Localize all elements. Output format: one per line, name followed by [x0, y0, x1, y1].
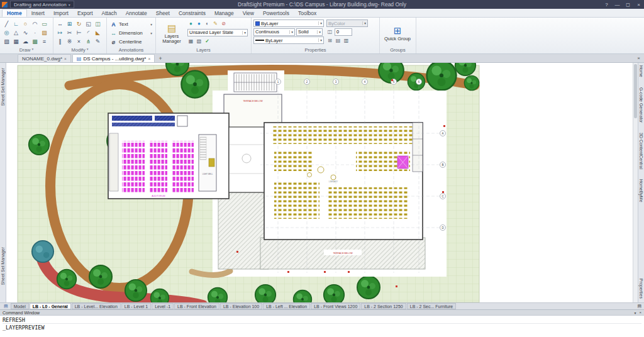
tab-export[interactable]: Export: [73, 9, 97, 17]
tab-toolbox[interactable]: Toolbox: [294, 9, 321, 17]
sheet-tab-lb-2-sec-furniture[interactable]: LB - 2 Sec... Furniture: [407, 303, 456, 309]
line-icon[interactable]: ╱: [2, 19, 11, 28]
move-icon[interactable]: ↔: [55, 19, 65, 28]
mirror-icon[interactable]: ◫: [93, 19, 103, 28]
revision-cloud-icon[interactable]: ☁: [21, 37, 30, 46]
bycolor-dropdown[interactable]: ByColor ▾: [326, 19, 368, 27]
mask-icon[interactable]: ▩: [30, 37, 40, 46]
sheet-set-manager-tab[interactable]: Sheet Set Manager: [1, 68, 5, 106]
text-button[interactable]: A Text ▾: [109, 20, 153, 28]
extend-icon[interactable]: ⊢: [74, 28, 84, 37]
tab-home[interactable]: Home: [2, 9, 27, 17]
tab-insert[interactable]: Insert: [27, 9, 49, 17]
layer-freeze-icon[interactable]: ●: [196, 20, 203, 27]
stretch-icon[interactable]: ↦: [55, 28, 65, 37]
tab-attach[interactable]: Attach: [97, 9, 121, 17]
line-weight-dropdown[interactable]: ByLayer ▾: [253, 36, 324, 44]
edit-polyline-icon[interactable]: ✎: [93, 37, 103, 46]
layers-manager-button[interactable]: ▤ Layers Manager: [158, 19, 186, 47]
hatch-style-dropdown[interactable]: Solid ▾: [296, 28, 323, 36]
layer-state-dropdown[interactable]: Unsaved Layer State ▾: [187, 29, 248, 36]
spline-icon[interactable]: ∿: [21, 28, 30, 37]
scrollbar-thumb[interactable]: [634, 64, 637, 118]
sheet-tab-lb-level-elevation[interactable]: LB - Level... Elevation: [72, 303, 121, 309]
panel-tab-properties[interactable]: Properties: [639, 279, 643, 299]
sheet-tab-lb-level-1[interactable]: LB - Level 1: [121, 303, 151, 309]
centerline-button[interactable]: ⌀ Centerline: [109, 38, 153, 46]
float-panel-icon[interactable]: ▾: [634, 311, 636, 315]
tab-view[interactable]: View: [238, 9, 258, 17]
tab-annotate[interactable]: Annotate: [121, 9, 152, 17]
panel-tab-home[interactable]: Home: [639, 65, 643, 77]
help-button[interactable]: ?: [601, 1, 612, 9]
sheet-tab-lb-2-section-1250[interactable]: LB - 2 Section 1250: [361, 303, 406, 309]
line-color-dropdown[interactable]: ByLayer ▾: [253, 19, 324, 27]
close-icon[interactable]: ×: [64, 57, 67, 61]
explode-icon[interactable]: ※: [65, 37, 74, 46]
new-document-button[interactable]: +: [156, 55, 165, 62]
polygon-icon[interactable]: △: [11, 28, 21, 37]
dimension-button[interactable]: ↔ Dimension ▾: [109, 29, 153, 37]
layer-preview-icon[interactable]: ▦: [187, 38, 194, 45]
sheet-tab-lb-elevation-100[interactable]: LB - Elevation 100: [220, 303, 262, 309]
sheet-tab-lb-front-elevation[interactable]: LB - Front Elevation: [174, 303, 219, 309]
arc-icon[interactable]: ◠: [30, 19, 40, 28]
tab-manage[interactable]: Manage: [210, 9, 238, 17]
layer-isolate-icon[interactable]: ▧: [196, 38, 203, 45]
workspace-dropdown[interactable]: Drafting and Annotation ▾: [10, 1, 74, 8]
chevron-down-icon[interactable]: ▾: [31, 47, 33, 53]
panel-tab-3d-contentcentral[interactable]: 3D ContentCentral: [639, 133, 643, 169]
rotate-icon[interactable]: ↻: [74, 19, 84, 28]
close-icon[interactable]: ×: [639, 311, 641, 315]
copy-icon[interactable]: ⊞: [65, 19, 74, 28]
point-icon[interactable]: ∙: [30, 28, 40, 37]
close-button[interactable]: ×: [633, 1, 644, 9]
region-icon[interactable]: ▧: [2, 37, 11, 46]
rectangle-icon[interactable]: ▭: [40, 19, 49, 28]
quick-group-button[interactable]: ⊞ Quick Group: [382, 19, 413, 47]
sheet-tab-level-minus1[interactable]: Level -1: [152, 303, 174, 309]
offset-icon[interactable]: ∥: [55, 37, 65, 46]
transparency-icon[interactable]: ◫: [326, 28, 333, 35]
chamfer-icon[interactable]: ◣: [93, 28, 103, 37]
tab-sheet[interactable]: Sheet: [152, 9, 174, 17]
layer-on-icon[interactable]: ●: [187, 20, 194, 27]
minimize-button[interactable]: —: [612, 1, 623, 9]
transparency-input[interactable]: 0: [335, 28, 352, 36]
doc-tab-noname[interactable]: NONAME_0.dwg* ×: [18, 54, 71, 62]
sheet-tab-lb-l0-general[interactable]: LB - L0 - General: [30, 303, 71, 309]
layer-edit-icon[interactable]: ✎: [212, 20, 219, 27]
close-icon[interactable]: ×: [148, 57, 150, 61]
match-properties-icon[interactable]: ⊞: [326, 37, 333, 44]
layer-apply-icon[interactable]: ✓: [204, 38, 211, 45]
doc-tab-ds-campus[interactable]: ▤ DS Campus - ...uilding.dwg* ×: [72, 54, 155, 62]
tab-powertools[interactable]: Powertools: [258, 9, 294, 17]
sheet-tab-model[interactable]: Model: [11, 303, 29, 309]
command-window-header[interactable]: Command Window ▾ ×: [0, 310, 644, 316]
panel-tab-homebyme[interactable]: HomeByMe: [639, 179, 643, 202]
pattern-icon[interactable]: ≡: [40, 37, 49, 46]
circle-icon[interactable]: ○: [21, 19, 30, 28]
layer-lock-icon[interactable]: ◐: [204, 20, 211, 27]
hatch-icon[interactable]: ▨: [40, 28, 49, 37]
canvas-vertical-scrollbar[interactable]: [633, 63, 638, 302]
layer-off-icon[interactable]: ⊘: [220, 20, 227, 27]
command-history[interactable]: REFRESH _LAYERPREVIEW: [0, 316, 644, 337]
fillet-icon[interactable]: ◜: [84, 28, 93, 37]
line-style-dropdown[interactable]: Continuous ▾: [253, 28, 295, 36]
sheet-tab-lb-left-elevation[interactable]: LB - Left ... Elevation: [263, 303, 310, 309]
chevron-down-icon[interactable]: ▾: [87, 47, 89, 53]
table-icon[interactable]: ▦: [11, 37, 21, 46]
tab-import[interactable]: Import: [49, 9, 73, 17]
scale-icon[interactable]: ◱: [84, 19, 93, 28]
properties-panel-icon[interactable]: ▤: [335, 37, 341, 44]
sheet-tab-lb-front-views-1200[interactable]: LB - Front Views 1200: [311, 303, 360, 309]
drawing-canvas[interactable]: TERRACE BELOW TERRACE BELOW: [6, 63, 633, 302]
sheet-set-manager-tab[interactable]: Sheet Set Manager: [1, 247, 5, 285]
polyline-icon[interactable]: ∟: [11, 19, 21, 28]
annotation-scale-icon[interactable]: ▥: [343, 37, 350, 44]
delete-icon[interactable]: ×: [74, 37, 84, 46]
split-icon[interactable]: ⋔: [84, 37, 93, 46]
trim-icon[interactable]: ✂: [65, 28, 74, 37]
sheet-options-icon[interactable]: ▤: [637, 304, 641, 309]
